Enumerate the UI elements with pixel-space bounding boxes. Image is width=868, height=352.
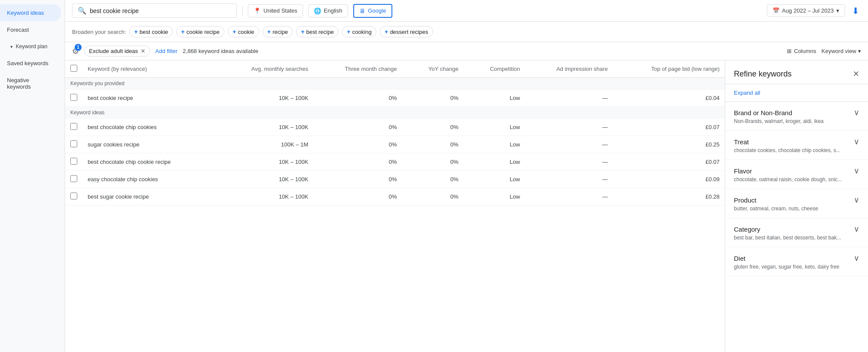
avg-searches-header[interactable]: Avg. monthly searches [218, 60, 313, 78]
exclude-chip[interactable]: Exclude adult ideas ✕ [84, 46, 150, 56]
row-checkbox-cell[interactable] [65, 136, 82, 153]
plus-icon: + [347, 28, 350, 35]
header-bar: 🔍 📍 United States 🌐 English 🖥 Google 📅 A… [65, 0, 868, 22]
keyword-view-button[interactable]: Keyword view ▾ [822, 48, 861, 54]
sidebar-item-negative-keywords[interactable]: Negative keywords [0, 72, 61, 95]
select-all-header[interactable] [65, 60, 82, 78]
yoy-header[interactable]: YoY change [402, 60, 464, 78]
keyword-cell: best chocolate chip cookies [82, 119, 218, 136]
ad-impression-cell: — [525, 153, 613, 171]
chevron-down-icon: ∨ [854, 224, 859, 234]
three-month-cell: 0% [313, 153, 402, 171]
refine-item-4[interactable]: Category ∨ best bar, best italian, best … [725, 218, 868, 247]
row-checkbox-cell[interactable] [65, 188, 82, 206]
row-checkbox[interactable] [70, 140, 77, 147]
broaden-chip-1[interactable]: + cookie recipe [176, 26, 224, 37]
refine-items-list: Brand or Non-Brand ∨ Non-Brands, walmart… [725, 102, 868, 276]
refine-item-title: Diet [734, 255, 746, 262]
ad-impression-cell: — [525, 136, 613, 153]
sidebar-item-keyword-plan[interactable]: ▾ Keyword plan [0, 38, 61, 55]
broaden-chip-4[interactable]: + best recipe [296, 26, 339, 37]
calendar-icon: 📅 [773, 7, 779, 14]
chevron-down-icon: ▾ [858, 48, 861, 54]
ad-impression-cell: — [525, 119, 613, 136]
row-checkbox[interactable] [70, 123, 77, 130]
expand-all-button[interactable]: Expand all [725, 84, 868, 102]
select-all-checkbox[interactable] [70, 65, 77, 72]
refine-item-2[interactable]: Flavor ∨ chocolate, oatmeal raisin, cook… [725, 160, 868, 189]
refine-item-title: Product [734, 196, 756, 204]
keyword-count: 2,868 keyword ideas available [183, 48, 258, 54]
download-button[interactable]: ⬇ [850, 4, 861, 18]
broaden-chip-2[interactable]: + cookie [228, 26, 259, 37]
table-row: best sugar cookie recipe 10K – 100K 0% 0… [65, 188, 725, 206]
filter-badge: 1 [75, 44, 82, 51]
broaden-chip-5[interactable]: + cooking [342, 26, 376, 37]
platform-icon: 🖥 [359, 7, 365, 14]
table-row: best chocolate chip cookie recipe 10K – … [65, 153, 725, 171]
broaden-chip-6[interactable]: + dessert recipes [380, 26, 433, 37]
refine-item-title: Flavor [734, 167, 752, 175]
add-filter-button[interactable]: Add filter [155, 48, 178, 54]
sidebar-item-forecast[interactable]: Forecast [0, 21, 61, 38]
top-bid-cell: £0.28 [613, 188, 725, 206]
chevron-down-icon: ∨ [854, 253, 859, 263]
columns-icon: ⊞ [787, 48, 792, 54]
top-bid-cell: £0.04 [613, 90, 725, 107]
refine-item-5[interactable]: Diet ∨ gluten free, vegan, sugar free, k… [725, 247, 868, 276]
refine-item-header: Flavor ∨ [734, 166, 859, 176]
refine-item-header: Brand or Non-Brand ∨ [734, 108, 859, 117]
refine-item-header: Category ∨ [734, 224, 859, 234]
row-checkbox[interactable] [70, 94, 77, 101]
three-month-cell: 0% [313, 90, 402, 107]
keyword-table-container: Keyword (by relevance) Avg. monthly sear… [65, 60, 725, 352]
filter-icon-wrap[interactable]: ⚙ 1 [72, 46, 79, 56]
row-checkbox-cell[interactable] [65, 90, 82, 107]
refine-item-sub: chocolate, oatmeal raisin, cookie dough,… [734, 176, 847, 183]
panel-close-button[interactable]: ✕ [853, 69, 859, 79]
ad-impression-header[interactable]: Ad impression share [525, 60, 613, 78]
language-chip[interactable]: 🌐 English [308, 4, 348, 17]
broaden-chip-3[interactable]: + recipe [263, 26, 293, 37]
refine-item-1[interactable]: Treat ∨ chocolate cookies, chocolate chi… [725, 131, 868, 160]
row-checkbox[interactable] [70, 193, 77, 199]
competition-cell: Low [464, 171, 525, 188]
sidebar-item-keyword-ideas[interactable]: Keyword ideas [0, 4, 61, 21]
top-bid-header[interactable]: Top of page bid (low range) [613, 60, 725, 78]
row-checkbox[interactable] [70, 158, 77, 165]
refine-item-sub: chocolate cookies, chocolate chip cookie… [734, 147, 847, 153]
refine-item-3[interactable]: Product ∨ butter, oatmeal, cream, nuts, … [725, 189, 868, 218]
sidebar-item-saved-keywords[interactable]: Saved keywords [0, 55, 61, 72]
competition-header[interactable]: Competition [464, 60, 525, 78]
location-chip[interactable]: 📍 United States [248, 4, 303, 17]
competition-cell: Low [464, 188, 525, 206]
search-box[interactable]: 🔍 [72, 3, 237, 18]
row-checkbox-cell[interactable] [65, 153, 82, 171]
arrow-icon: ▾ [10, 44, 13, 49]
refine-item-0[interactable]: Brand or Non-Brand ∨ Non-Brands, walmart… [725, 102, 868, 131]
chevron-down-icon: ∨ [854, 108, 859, 117]
yoy-cell: 0% [402, 171, 464, 188]
avg-searches-cell: 10K – 100K [218, 188, 313, 206]
ad-impression-cell: — [525, 188, 613, 206]
ad-impression-cell: — [525, 90, 613, 107]
avg-searches-cell: 10K – 100K [218, 171, 313, 188]
platform-chip[interactable]: 🖥 Google [353, 4, 392, 18]
row-checkbox-cell[interactable] [65, 119, 82, 136]
row-checkbox-cell[interactable] [65, 171, 82, 188]
three-month-header[interactable]: Three month change [313, 60, 402, 78]
date-range-picker[interactable]: 📅 Aug 2022 – Jul 2023 ▾ [767, 4, 845, 17]
keyword-header[interactable]: Keyword (by relevance) [82, 60, 218, 78]
broaden-label: Broaden your search: [72, 29, 126, 35]
refine-keywords-panel: Refine keywords ✕ Expand all Brand or No… [725, 60, 868, 352]
broaden-chip-0[interactable]: + best cookie [129, 26, 173, 37]
columns-button[interactable]: ⊞ Columns [787, 48, 816, 54]
close-icon[interactable]: ✕ [141, 48, 145, 54]
row-checkbox[interactable] [70, 175, 77, 182]
avg-searches-cell: 10K – 100K [218, 90, 313, 107]
top-bid-cell: £0.07 [613, 119, 725, 136]
plus-icon: + [385, 28, 388, 35]
language-icon: 🌐 [314, 7, 321, 14]
search-input[interactable] [90, 7, 231, 14]
avg-searches-cell: 10K – 100K [218, 153, 313, 171]
